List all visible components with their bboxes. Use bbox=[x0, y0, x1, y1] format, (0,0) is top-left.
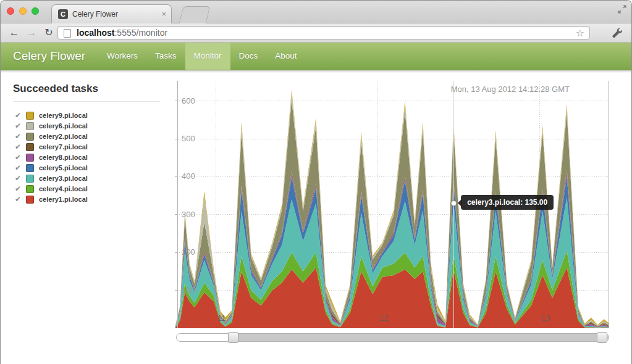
check-icon: ✔ bbox=[15, 110, 23, 121]
y-axis-tick-label: 600 bbox=[182, 96, 195, 105]
legend-label: celery3.pi.local bbox=[39, 173, 88, 184]
back-button[interactable]: ← bbox=[7, 25, 22, 40]
page-icon bbox=[64, 29, 71, 38]
browser-toolbar: ← → ↻ localhost:5555/monitor ☆ bbox=[1, 23, 631, 43]
check-icon: ✔ bbox=[15, 194, 23, 205]
legend-color-swatch bbox=[26, 133, 34, 141]
x-axis-tick-label: 12 bbox=[379, 313, 388, 323]
legend-label: celery8.pi.local bbox=[39, 152, 88, 163]
legend-color-swatch bbox=[26, 154, 34, 162]
check-icon: ✔ bbox=[15, 184, 23, 194]
check-icon: ✔ bbox=[15, 163, 23, 173]
tab-strip: C Celery Flower × bbox=[1, 1, 631, 23]
legend-label: celery4.pi.local bbox=[39, 184, 88, 194]
check-icon: ✔ bbox=[15, 173, 23, 184]
time-range-slider[interactable] bbox=[176, 333, 609, 342]
legend-item[interactable]: ✔celery1.pi.local bbox=[15, 194, 88, 204]
tooltip-arrow-icon bbox=[454, 199, 461, 207]
slider-selected-range[interactable] bbox=[233, 334, 609, 341]
url-path: :5555/monitor bbox=[114, 28, 167, 38]
window-minimize-button[interactable] bbox=[19, 7, 27, 15]
legend-label: celery6.pi.local bbox=[39, 121, 88, 131]
x-axis-tick-label: 11 bbox=[217, 313, 226, 323]
nav-item-workers[interactable]: Workers bbox=[98, 43, 146, 70]
slider-left-handle[interactable] bbox=[228, 332, 238, 343]
url-text: localhost:5555/monitor bbox=[77, 28, 167, 38]
heading-divider bbox=[13, 101, 160, 102]
window-close-button[interactable] bbox=[7, 7, 14, 15]
chart-timestamp: Mon, 13 Aug 2012 14:12:28 GMT bbox=[451, 85, 570, 94]
url-host: localhost bbox=[77, 28, 114, 38]
app-navbar: Celery Flower WorkersTasksMonitorDocsAbo… bbox=[1, 43, 631, 70]
tab-close-icon[interactable]: × bbox=[161, 9, 166, 19]
legend-item[interactable]: ✔celery9.pi.local bbox=[15, 110, 88, 120]
y-axis-tick-label: 200 bbox=[182, 247, 195, 257]
address-bar[interactable]: localhost:5555/monitor ☆ bbox=[57, 26, 590, 39]
legend-label: celery1.pi.local bbox=[39, 194, 88, 205]
legend-item[interactable]: ✔celery6.pi.local bbox=[15, 120, 88, 131]
favicon: C bbox=[58, 9, 68, 19]
check-icon: ✔ bbox=[15, 152, 23, 163]
legend-label: celery7.pi.local bbox=[39, 142, 88, 152]
tooltip-text: celery3.pi.local: 135.00 bbox=[467, 198, 547, 207]
page-title: Succeeded tasks bbox=[13, 83, 98, 95]
nav-item-docs[interactable]: Docs bbox=[230, 43, 267, 70]
brand-title[interactable]: Celery Flower bbox=[13, 43, 85, 70]
tab-title: Celery Flower bbox=[72, 10, 118, 19]
y-axis-tick-label: 300 bbox=[182, 210, 195, 219]
legend-label: celery9.pi.local bbox=[39, 110, 88, 121]
navbar-menu: WorkersTasksMonitorDocsAbout bbox=[98, 43, 306, 70]
legend-color-swatch bbox=[26, 175, 34, 183]
browser-window: C Celery Flower × ← → ↻ localhost:5555/m… bbox=[0, 0, 632, 364]
y-axis-tick-label: 500 bbox=[182, 134, 195, 143]
legend-label: celery2.pi.local bbox=[39, 131, 88, 142]
reload-button[interactable]: ↻ bbox=[41, 25, 56, 40]
legend-color-swatch bbox=[26, 112, 34, 120]
y-axis-tick-label: 100 bbox=[182, 286, 195, 295]
new-tab-button[interactable] bbox=[179, 6, 211, 23]
window-zoom-button[interactable] bbox=[32, 7, 39, 15]
legend-item[interactable]: ✔celery8.pi.local bbox=[15, 152, 88, 162]
fullscreen-icon[interactable] bbox=[617, 4, 628, 15]
legend-color-swatch bbox=[26, 143, 34, 151]
wrench-menu-icon[interactable] bbox=[612, 27, 623, 38]
check-icon: ✔ bbox=[15, 131, 23, 142]
legend-item[interactable]: ✔celery2.pi.local bbox=[15, 131, 88, 141]
nav-item-monitor[interactable]: Monitor bbox=[185, 43, 230, 70]
browser-tab[interactable]: C Celery Flower × bbox=[51, 4, 172, 23]
legend-item[interactable]: ✔celery7.pi.local bbox=[15, 141, 88, 152]
check-icon: ✔ bbox=[15, 121, 23, 131]
nav-item-about[interactable]: About bbox=[266, 43, 305, 70]
worker-legend: ✔celery9.pi.local✔celery6.pi.local✔celer… bbox=[15, 110, 88, 204]
bookmark-star-icon[interactable]: ☆ bbox=[576, 27, 584, 39]
check-icon: ✔ bbox=[15, 142, 23, 152]
legend-color-swatch bbox=[26, 196, 34, 204]
legend-label: celery5.pi.local bbox=[39, 163, 88, 173]
legend-item[interactable]: ✔celery3.pi.local bbox=[15, 173, 88, 183]
legend-color-swatch bbox=[26, 185, 34, 193]
legend-item[interactable]: ✔celery4.pi.local bbox=[15, 183, 88, 194]
nav-item-tasks[interactable]: Tasks bbox=[146, 43, 185, 70]
legend-color-swatch bbox=[26, 122, 34, 130]
legend-item[interactable]: ✔celery5.pi.local bbox=[15, 162, 88, 173]
chart-tooltip: celery3.pi.local: 135.00 bbox=[461, 195, 554, 210]
legend-color-swatch bbox=[26, 164, 34, 172]
slider-right-handle[interactable] bbox=[597, 332, 607, 343]
y-axis-tick-label: 400 bbox=[182, 172, 195, 181]
x-axis-tick-label: 13 bbox=[541, 313, 550, 323]
forward-button[interactable]: → bbox=[24, 25, 39, 40]
